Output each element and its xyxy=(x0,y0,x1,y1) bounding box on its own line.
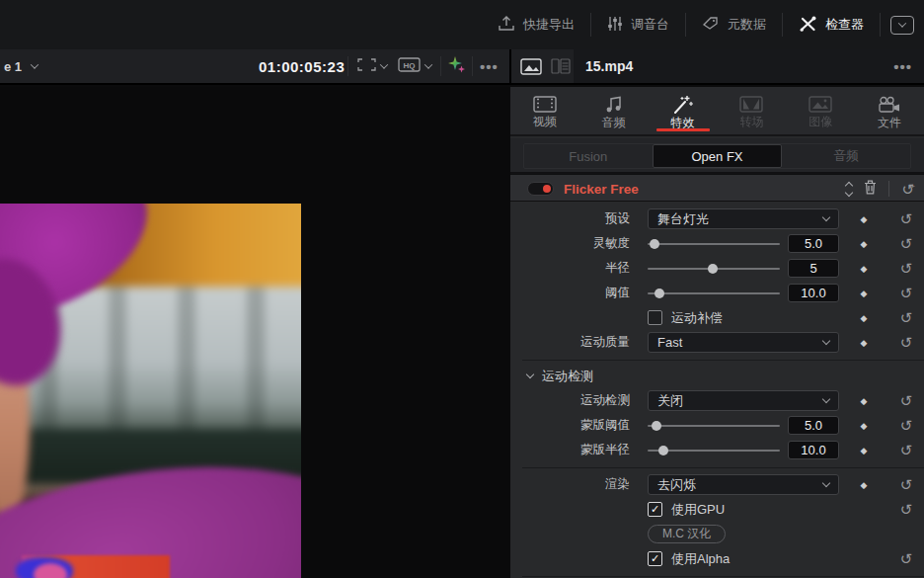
threshold-value[interactable]: 10.0 xyxy=(788,284,839,302)
keyframe-diamond-icon[interactable]: ◆ xyxy=(861,289,868,298)
tab-transition[interactable]: 转场 xyxy=(717,87,786,134)
mask-radius-value[interactable]: 10.0 xyxy=(788,441,839,459)
mask-threshold-value[interactable]: 5.0 xyxy=(788,416,839,435)
mixer-button[interactable]: 调音台 xyxy=(591,0,685,49)
param-control: 10.0 xyxy=(639,441,839,459)
section-label: 运动检测 xyxy=(542,368,593,385)
reset-icon[interactable]: ↺ xyxy=(900,501,913,518)
magic-wand-icon xyxy=(672,95,694,114)
color-enhance-button[interactable] xyxy=(447,49,466,83)
slider-track[interactable] xyxy=(648,425,780,427)
keyframe-diamond-icon[interactable]: ◆ xyxy=(861,214,868,224)
motion-detection-dropdown[interactable]: 关闭 xyxy=(648,390,839,411)
keyframe-diamond-icon[interactable]: ◆ xyxy=(861,239,868,249)
keyframe-cell: ◆ xyxy=(839,214,888,224)
keyframe-diamond-icon[interactable]: ◆ xyxy=(861,313,868,323)
reset-icon[interactable]: ↺ xyxy=(900,476,913,493)
sensitivity-value[interactable]: 5.0 xyxy=(788,234,839,253)
keyframe-diamond-icon[interactable]: ◆ xyxy=(861,338,868,348)
dropdown-value: 舞台灯光 xyxy=(657,212,823,225)
subtab-audio[interactable]: 音频 xyxy=(782,144,910,168)
trash-icon[interactable] xyxy=(864,180,877,199)
tab-file[interactable]: 文件 xyxy=(855,87,924,134)
reset-icon[interactable]: ↺ xyxy=(900,334,913,351)
slider-track[interactable] xyxy=(648,268,780,270)
inspector-options-button[interactable]: ••• xyxy=(893,58,912,75)
video-preview[interactable] xyxy=(0,204,301,578)
reset-all-icon[interactable]: ↺+ xyxy=(901,182,914,197)
inspector-label: 检查器 xyxy=(825,16,864,34)
camera-icon xyxy=(878,96,901,114)
reset-icon[interactable]: ↺ xyxy=(900,392,913,409)
reset-cell: ↺ xyxy=(888,285,924,302)
keyframe-diamond-icon[interactable]: ◆ xyxy=(861,264,868,274)
dual-panel-button[interactable] xyxy=(549,55,573,77)
keyframe-diamond-icon[interactable]: ◆ xyxy=(861,446,868,455)
inspector-button[interactable]: 检查器 xyxy=(783,0,880,49)
reset-icon[interactable]: ↺ xyxy=(900,210,913,227)
mc-localization-button[interactable]: M.C 汉化 xyxy=(648,525,726,543)
reset-icon[interactable]: ↺ xyxy=(900,417,913,434)
tab-audio[interactable]: 音频 xyxy=(579,87,649,134)
chevron-down-icon xyxy=(822,395,830,403)
chevron-down-icon xyxy=(380,60,388,68)
use-gpu-checkbox[interactable]: ✓ xyxy=(648,502,662,517)
checkbox-label: 使用GPU xyxy=(671,501,725,519)
param-row-motion-quality: 运动质量Fast◆↺ xyxy=(510,330,924,355)
tab-effects[interactable]: 特效 xyxy=(649,87,718,134)
param-row-threshold: 阈值10.0◆↺ xyxy=(510,281,924,305)
reset-icon[interactable]: ↺ xyxy=(900,442,913,458)
subtab-fusion[interactable]: Fusion xyxy=(524,144,653,168)
slider-track[interactable] xyxy=(648,243,780,245)
viewer-options-button[interactable]: ••• xyxy=(480,49,499,83)
keyframe-diamond-icon[interactable]: ◆ xyxy=(861,421,868,431)
panel-overflow-button[interactable] xyxy=(881,0,924,49)
motion-quality-dropdown[interactable]: Fast xyxy=(648,332,839,353)
picture-icon xyxy=(808,96,832,113)
toolbar-separator xyxy=(440,56,441,76)
tab-video-label: 视频 xyxy=(533,116,557,127)
slider-handle[interactable] xyxy=(658,446,668,455)
proxy-quality-button[interactable]: HQ xyxy=(398,49,431,83)
quick-export-button[interactable]: 快捷导出 xyxy=(482,0,590,49)
tab-image[interactable]: 图像 xyxy=(786,87,855,134)
reset-icon[interactable]: ↺ xyxy=(900,260,913,277)
keyframe-cell: ◆ xyxy=(839,289,888,298)
slider-handle[interactable] xyxy=(650,239,659,249)
keyframe-cell: ◆ xyxy=(839,396,888,406)
section-motion-detection-section[interactable]: 运动检测 xyxy=(510,365,924,388)
motion-compensation-checkbox[interactable] xyxy=(648,310,662,325)
reset-icon[interactable]: ↺ xyxy=(900,550,913,567)
preset-dropdown[interactable]: 舞台灯光 xyxy=(648,208,839,229)
reset-icon[interactable]: ↺ xyxy=(900,235,913,252)
letterbox-button[interactable] xyxy=(357,49,387,83)
plugin-enable-toggle[interactable] xyxy=(527,182,554,196)
param-row-motion-compensation: 运动补偿◆↺ xyxy=(510,305,924,330)
render-dropdown[interactable]: 去闪烁 xyxy=(648,474,839,495)
keyframe-diamond-icon[interactable]: ◆ xyxy=(861,396,868,406)
slider-track[interactable] xyxy=(648,292,780,294)
inspector-panel: 视频 音频 特效 转场 图像 文件 xyxy=(510,87,924,578)
picture-mode-button[interactable] xyxy=(517,55,545,77)
keyframe-diamond-icon[interactable]: ◆ xyxy=(861,480,868,490)
reset-icon[interactable]: ↺ xyxy=(900,309,913,326)
collapse-expand-icon[interactable] xyxy=(846,183,852,196)
tab-video[interactable]: 视频 xyxy=(510,87,579,134)
radius-value[interactable]: 5 xyxy=(788,259,839,278)
metadata-label: 元数据 xyxy=(728,16,766,34)
top-bar: 快捷导出 调音台 元数据 检查器 xyxy=(0,0,924,49)
subtab-openfx[interactable]: Open FX xyxy=(653,144,783,168)
reset-icon[interactable]: ↺ xyxy=(900,285,913,301)
param-divider xyxy=(510,355,924,365)
reset-cell: ↺ xyxy=(888,476,924,494)
metadata-button[interactable]: 元数据 xyxy=(686,0,782,49)
reset-cell: ↺ xyxy=(888,442,924,459)
slider-handle[interactable] xyxy=(654,289,664,298)
timeline-selector[interactable]: e 1 xyxy=(4,49,38,83)
dropdown-value: 关闭 xyxy=(657,394,823,407)
use-alpha-checkbox[interactable]: ✓ xyxy=(648,551,662,566)
slider-track[interactable] xyxy=(648,450,780,452)
header-separator xyxy=(888,181,889,197)
slider-handle[interactable] xyxy=(708,264,718,274)
slider-handle[interactable] xyxy=(652,421,661,431)
